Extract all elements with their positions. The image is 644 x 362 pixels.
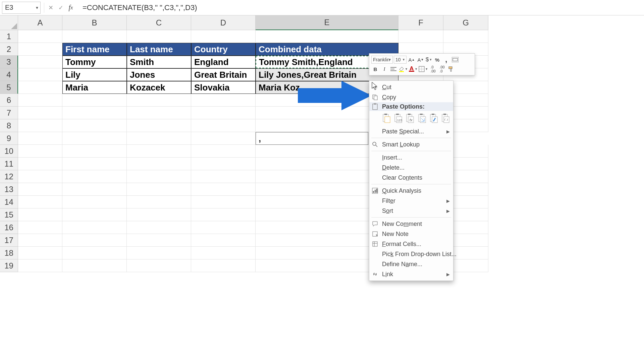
accounting-format-button[interactable]: $▼ (426, 56, 432, 63)
ctx-new-note[interactable]: New Note (369, 229, 453, 239)
row-header-6[interactable]: 6 (0, 94, 18, 107)
accept-formula-icon[interactable]: ✓ (56, 3, 66, 13)
cell-C4[interactable]: Jones (127, 68, 191, 81)
row-header[interactable]: 10 (0, 145, 18, 158)
cell[interactable] (191, 170, 256, 183)
cell[interactable] (191, 107, 256, 119)
cell[interactable] (127, 196, 191, 208)
formula-input[interactable]: =CONCATENATE(B3," ",C3,",",D3) (76, 3, 644, 12)
cell[interactable] (18, 259, 62, 272)
cell[interactable] (127, 132, 191, 145)
fill-color-button[interactable]: ▼ (398, 66, 408, 72)
cell-E9[interactable]: , (256, 132, 368, 145)
cell[interactable] (18, 196, 62, 208)
cell[interactable] (191, 196, 256, 208)
paste-option-transpose[interactable] (417, 112, 427, 124)
row-header-2[interactable]: 2 (0, 43, 18, 56)
row-header-8[interactable]: 8 (0, 119, 18, 132)
row-header-7[interactable]: 7 (0, 107, 18, 119)
cell-C5[interactable]: Kozacek (127, 81, 191, 94)
cell[interactable] (62, 221, 127, 234)
cell[interactable] (191, 119, 256, 132)
borders-button[interactable]: ▼ (419, 66, 428, 72)
cell[interactable] (191, 247, 256, 259)
cell[interactable] (62, 183, 127, 196)
cell[interactable] (62, 196, 127, 208)
ctx-clear-contents[interactable]: Clear Contents (369, 173, 453, 183)
cell-A1[interactable] (18, 30, 62, 43)
cell[interactable] (127, 158, 191, 170)
cell[interactable] (62, 247, 127, 259)
ctx-smart-lookup[interactable]: Smart Lookup (369, 139, 453, 149)
ctx-sort[interactable]: Sort▶ (369, 206, 453, 216)
cell-A2[interactable] (18, 43, 62, 56)
cell-A5[interactable] (18, 81, 62, 94)
cell[interactable] (62, 259, 127, 272)
cell[interactable] (127, 145, 191, 158)
cell[interactable] (191, 145, 256, 158)
cell[interactable] (191, 132, 256, 145)
cell[interactable] (127, 183, 191, 196)
align-button[interactable] (389, 65, 397, 73)
cell[interactable] (127, 94, 191, 107)
increase-font-icon[interactable]: A▲ (408, 56, 416, 64)
cell[interactable] (18, 221, 62, 234)
cell-D3[interactable]: England (191, 56, 256, 68)
cell-C3[interactable]: Smith (127, 56, 191, 68)
cell-D5[interactable]: Slovakia (191, 81, 256, 94)
col-header-F[interactable]: F (398, 15, 443, 30)
row-header[interactable]: 13 (0, 183, 18, 196)
increase-decimal-button[interactable]: .0.00 (429, 65, 437, 73)
cell[interactable] (62, 145, 127, 158)
cell[interactable] (62, 119, 127, 132)
cell[interactable] (191, 208, 256, 221)
cell[interactable] (191, 234, 256, 247)
ctx-new-comment[interactable]: New Comment (369, 219, 453, 229)
select-all-corner[interactable] (0, 15, 18, 30)
row-header-9[interactable]: 9 (0, 132, 18, 145)
cell[interactable] (18, 119, 62, 132)
percent-format-button[interactable]: % (433, 56, 441, 64)
cell[interactable] (127, 170, 191, 183)
fx-icon[interactable]: fx (66, 3, 76, 13)
row-header-3[interactable]: 3 (0, 56, 18, 68)
paste-option-link[interactable] (441, 112, 450, 124)
ctx-pick-from-list[interactable]: Pick From Drop-down List... (369, 249, 453, 259)
col-header-E[interactable]: E (256, 15, 398, 30)
cell[interactable] (18, 208, 62, 221)
cell-A4[interactable] (18, 68, 62, 81)
cell[interactable] (127, 259, 191, 272)
ctx-filter[interactable]: Filter▶ (369, 196, 453, 206)
cell[interactable] (62, 107, 127, 119)
cell[interactable] (191, 183, 256, 196)
cell[interactable] (127, 221, 191, 234)
cell-B2[interactable]: First name (62, 43, 127, 56)
cell[interactable] (191, 221, 256, 234)
cell-D1[interactable] (191, 30, 256, 43)
cell-E1[interactable] (256, 30, 398, 43)
col-header-G[interactable]: G (443, 15, 488, 30)
cell-G1[interactable] (443, 30, 488, 43)
cell[interactable] (191, 158, 256, 170)
cell[interactable] (62, 94, 127, 107)
cell-B5[interactable]: Maria (62, 81, 127, 94)
paste-option-formatting[interactable] (429, 112, 438, 124)
cell[interactable] (62, 208, 127, 221)
cell[interactable] (127, 247, 191, 259)
italic-button[interactable]: I (380, 65, 388, 73)
cell[interactable] (127, 107, 191, 119)
paste-option-all[interactable] (381, 112, 391, 124)
name-box-dropdown-icon[interactable]: ▼ (35, 6, 39, 10)
row-header[interactable]: 19 (0, 259, 18, 272)
cell[interactable] (62, 158, 127, 170)
name-box[interactable]: E3 ▼ (2, 2, 41, 14)
cell[interactable] (127, 119, 191, 132)
cell-A3[interactable] (18, 56, 62, 68)
ctx-copy[interactable]: Copy (369, 92, 453, 102)
cell[interactable] (18, 247, 62, 259)
cell[interactable] (18, 145, 62, 158)
col-header-B[interactable]: B (62, 15, 127, 30)
cell[interactable] (18, 183, 62, 196)
col-header-D[interactable]: D (191, 15, 256, 30)
row-header[interactable]: 16 (0, 221, 18, 234)
